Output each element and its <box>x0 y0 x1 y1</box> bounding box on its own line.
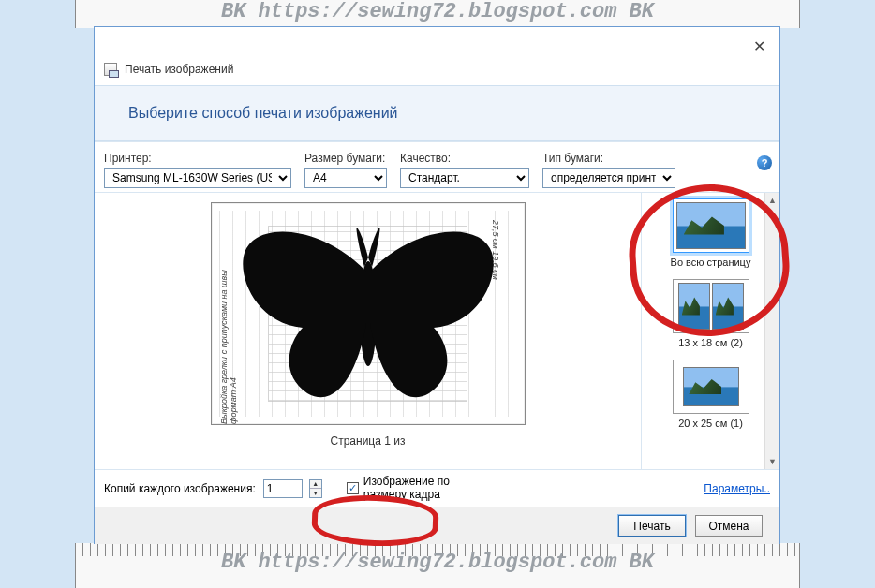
printer-icon <box>104 63 117 76</box>
paper-type-label: Тип бумаги: <box>542 152 675 165</box>
copies-spinner[interactable]: ▲ ▼ <box>309 479 322 498</box>
page-counter: Страница 1 из <box>331 434 406 448</box>
print-button[interactable]: Печать <box>618 515 686 537</box>
scroll-up-icon[interactable]: ▲ <box>765 193 779 208</box>
help-icon[interactable]: ? <box>757 155 772 170</box>
butterfly-icon <box>237 220 499 407</box>
layout-label: Во всю страницу <box>671 257 751 268</box>
fit-frame-checkbox[interactable]: ✓ <box>347 482 359 494</box>
options-row: Принтер: Samsung ML-1630W Series (USB0 Р… <box>95 141 779 192</box>
print-dialog: ✕ Печать изображений Выберите способ печ… <box>94 26 780 544</box>
dialog-title: Печать изображений <box>125 63 233 76</box>
quality-label: Качество: <box>400 152 529 165</box>
preview-annotation-left: Выкройка грелки с припусками на швы форм… <box>219 241 238 424</box>
spinner-down-icon[interactable]: ▼ <box>310 489 321 497</box>
spinner-up-icon[interactable]: ▲ <box>310 480 321 490</box>
copies-label: Копий каждого изображения: <box>104 482 256 495</box>
paper-type-select[interactable]: определяется принте <box>542 168 675 188</box>
cancel-button[interactable]: Отмена <box>695 515 763 537</box>
titlebar: ✕ Печать изображений <box>95 27 779 85</box>
preview-pane: Выкройка грелки с припусками на швы форм… <box>95 193 641 469</box>
fit-frame-label: Изображение по размеру кадра <box>363 476 450 500</box>
layout-pane[interactable]: Во всю страницу 13 x 18 см (2) 20 x 25 с… <box>641 193 779 469</box>
scrollbar[interactable]: ▲ ▼ <box>764 193 779 469</box>
scroll-down-icon[interactable]: ▼ <box>765 454 779 469</box>
preview-image: Выкройка грелки с припусками на швы форм… <box>211 202 526 425</box>
paper-size-label: Размер бумаги: <box>304 152 387 165</box>
paper-size-select[interactable]: A4 <box>304 168 387 188</box>
printer-label: Принтер: <box>104 152 291 165</box>
bottom-row: Копий каждого изображения: ▲ ▼ ✓ Изображ… <box>95 469 779 507</box>
copies-input[interactable] <box>263 479 303 498</box>
close-button[interactable]: ✕ <box>749 37 768 55</box>
instruction-text: Выберите способ печати изображений <box>95 85 779 141</box>
layout-13x18[interactable]: 13 x 18 см (2) <box>645 279 776 348</box>
quality-select[interactable]: Стандарт. <box>400 168 529 188</box>
layout-full-page[interactable]: Во всю страницу <box>645 198 776 268</box>
layout-label: 20 x 25 см (1) <box>678 418 743 429</box>
layout-label: 13 x 18 см (2) <box>678 337 743 348</box>
button-row: Печать Отмена <box>95 507 779 544</box>
parameters-link[interactable]: Параметры.. <box>704 482 770 495</box>
printer-select[interactable]: Samsung ML-1630W Series (USB0 <box>104 168 291 188</box>
layout-20x25[interactable]: 20 x 25 см (1) <box>645 360 776 429</box>
